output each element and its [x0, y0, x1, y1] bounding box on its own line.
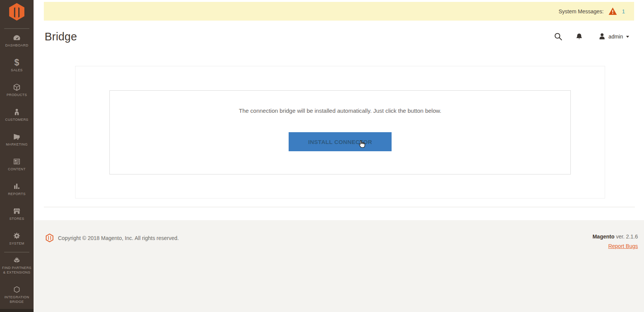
sidebar-item-stores[interactable]: STORES	[0, 207, 34, 221]
sidebar-item-label: & EXTENSIONS	[3, 270, 30, 275]
sidebar-item-system[interactable]: SYSTEM	[0, 232, 34, 246]
copyright-text: Copyright © 2018 Magento, Inc. All right…	[58, 235, 179, 241]
search-icon[interactable]	[554, 32, 563, 41]
sidebar-item-label: INTEGRATION	[4, 295, 29, 299]
install-connector-button[interactable]: INSTALL CONNECTOR	[289, 132, 392, 151]
sales-icon	[13, 58, 21, 67]
sidebar-item-content[interactable]: CONTENT	[0, 157, 34, 171]
version-text: ver. 2.1.6	[616, 234, 638, 240]
sidebar-item-label: SALES	[11, 68, 22, 72]
sidebar-item-label: SYSTEM	[9, 242, 24, 246]
sidebar-item-products[interactable]: PRODUCTS	[0, 83, 34, 97]
footer: Copyright © 2018 Magento, Inc. All right…	[34, 220, 644, 312]
footer-copyright-row: Copyright © 2018 Magento, Inc. All right…	[46, 234, 179, 242]
sidebar-item-label: REPORTS	[8, 192, 26, 196]
version-line: Magento ver. 2.1.6	[593, 234, 638, 240]
bridge-inner-panel: The connection bridge will be installed …	[109, 90, 571, 174]
sidebar-item-customers[interactable]: CUSTOMERS	[0, 108, 34, 122]
sidebar-item-label: CUSTOMERS	[5, 118, 29, 122]
sidebar-item-label: DASHBOARD	[5, 43, 29, 48]
sidebar-item-label: PRODUCTS	[6, 93, 27, 97]
sidebar-item-integration-bridge[interactable]: INTEGRATION BRIDGE	[0, 285, 34, 304]
admin-menu-label[interactable]: admin	[609, 34, 623, 40]
customers-icon	[13, 108, 21, 116]
report-bugs-link[interactable]: Report Bugs	[608, 243, 638, 249]
brand-name: Magento	[593, 234, 615, 240]
sidebar-item-label: BRIDGE	[10, 300, 24, 304]
sidebar: DASHBOARD SALES PRODUCTS CUSTOMERS MARKE…	[0, 0, 34, 312]
sidebar-item-reports[interactable]: REPORTS	[0, 182, 34, 196]
magento-logo[interactable]	[0, 3, 34, 21]
integration-bridge-icon	[13, 285, 21, 294]
warning-icon	[608, 7, 617, 15]
sidebar-divider	[4, 28, 29, 29]
sidebar-item-dashboard[interactable]: DASHBOARD	[0, 34, 34, 48]
bridge-card: The connection bridge will be installed …	[75, 66, 605, 198]
system-icon	[13, 232, 21, 240]
notifications-bell-icon[interactable]	[575, 32, 583, 41]
chevron-down-icon[interactable]	[626, 36, 629, 38]
partners-icon	[13, 256, 21, 264]
sidebar-bottom-strip	[0, 309, 34, 312]
user-avatar-icon[interactable]	[598, 32, 606, 41]
dashboard-icon	[13, 34, 21, 42]
sidebar-divider	[4, 252, 29, 253]
products-icon	[13, 83, 21, 91]
stores-icon	[13, 207, 21, 215]
bridge-message: The connection bridge will be installed …	[110, 107, 570, 114]
magento-logo-icon	[9, 3, 24, 21]
header-actions: admin	[554, 32, 629, 41]
sidebar-item-sales[interactable]: SALES	[0, 58, 34, 72]
system-messages-count[interactable]: 1	[622, 8, 625, 14]
marketing-icon	[13, 133, 21, 141]
sidebar-item-find-partners-extensions[interactable]: FIND PARTNERS & EXTENSIONS	[0, 256, 34, 275]
content-icon	[13, 157, 21, 166]
sidebar-item-label: FIND PARTNERS	[2, 266, 32, 270]
system-messages-label: System Messages:	[559, 8, 604, 14]
page-title: Bridge	[45, 30, 77, 43]
sidebar-item-label: CONTENT	[8, 167, 26, 171]
content-footer-divider	[44, 207, 635, 207]
system-messages-bar: System Messages: 1	[44, 2, 634, 21]
footer-version-block: Magento ver. 2.1.6 Report Bugs	[593, 234, 638, 250]
sidebar-item-label: STORES	[9, 217, 24, 221]
sidebar-item-label: MARKETING	[6, 142, 27, 147]
reports-icon	[13, 182, 21, 190]
magento-footer-logo-icon	[46, 234, 53, 242]
sidebar-item-marketing[interactable]: MARKETING	[0, 133, 34, 147]
